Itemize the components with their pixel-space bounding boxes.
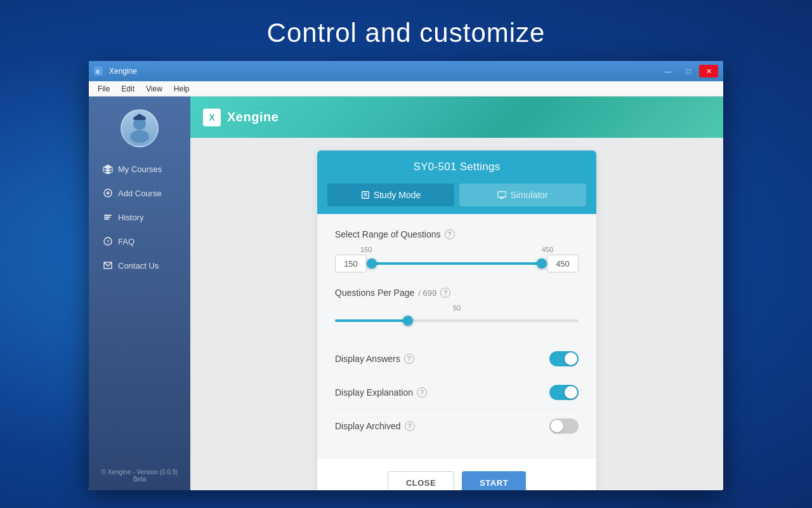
sidebar-label-add-course: Add Course — [118, 189, 162, 198]
toggle-answers-label: Display Answers ? — [335, 354, 414, 364]
svg-text:X: X — [96, 69, 100, 74]
courses-icon — [103, 164, 113, 174]
minimize-button[interactable]: — — [658, 65, 678, 77]
faq-icon: ? — [103, 236, 113, 246]
slider-range-fill — [372, 262, 542, 265]
sidebar: My Courses Add Course History ? FAQ Cont… — [89, 97, 190, 490]
svg-point-2 — [130, 130, 149, 143]
app-header: X Xengine — [203, 109, 278, 126]
range-with-inputs — [335, 255, 579, 272]
slider-fill-single — [335, 319, 408, 322]
toggle-display-explanation: Display Explanation ? — [335, 376, 579, 410]
svg-marker-4 — [133, 114, 146, 117]
menu-edit[interactable]: Edit — [116, 83, 140, 95]
toggle-answers-knob — [565, 352, 577, 365]
toggle-explanation-knob — [565, 386, 577, 399]
menubar: File Edit View Help — [89, 81, 723, 97]
sidebar-item-faq[interactable]: ? FAQ — [95, 230, 184, 253]
sidebar-label-contact: Contact Us — [118, 261, 159, 271]
toggle-archived-help[interactable]: ? — [405, 421, 415, 431]
questions-per-page-slider[interactable] — [335, 314, 579, 327]
tab-simulator-label: Simulator — [510, 190, 547, 200]
close-button[interactable]: CLOSE — [388, 471, 454, 490]
titlebar: X Xengine — □ ✕ — [89, 61, 723, 81]
toggle-display-answers: Display Answers ? — [335, 342, 579, 376]
app-title: Xengine — [227, 110, 278, 124]
book-icon — [361, 190, 370, 199]
add-icon — [103, 188, 113, 198]
range-labels: 150 450 — [335, 246, 579, 253]
sidebar-item-contact[interactable]: Contact Us — [95, 254, 184, 277]
contact-icon — [103, 260, 113, 271]
range-label-min: 150 — [360, 246, 372, 253]
slider-thumb-max[interactable] — [537, 258, 547, 269]
toggle-archived-knob — [551, 420, 563, 432]
settings-title: SY0-501 Settings — [317, 150, 596, 184]
toggle-display-archived: Display Archived ? — [335, 410, 579, 443]
svg-rect-10 — [104, 218, 109, 220]
sidebar-label-history: History — [118, 213, 143, 222]
window-title: Xengine — [109, 67, 655, 76]
history-icon — [103, 212, 113, 222]
sidebar-label-faq: FAQ — [118, 237, 134, 246]
range-label-max: 450 — [542, 246, 553, 253]
main-content: SY0-501 Settings Study Mode Simulator — [190, 97, 723, 490]
start-button[interactable]: START — [462, 471, 526, 490]
questions-per-page-group: Questions Per Page / 699 ? 50 — [335, 288, 579, 327]
questions-per-page-help[interactable]: ? — [440, 288, 450, 298]
questions-per-page-label: Questions Per Page / 699 ? — [335, 288, 579, 298]
svg-rect-8 — [104, 215, 112, 216]
menu-view[interactable]: View — [141, 83, 167, 95]
range-questions-label: Select Range of Questions ? — [335, 229, 579, 239]
sidebar-label-my-courses: My Courses — [118, 164, 162, 174]
toggle-answers-help[interactable]: ? — [404, 354, 414, 364]
app-logo: X — [203, 109, 221, 126]
page-heading: Control and customize — [267, 18, 546, 48]
monitor-icon — [497, 190, 506, 199]
toggle-explanation-switch[interactable] — [549, 385, 579, 400]
range-min-input[interactable] — [335, 255, 367, 272]
sidebar-item-history[interactable]: History — [95, 206, 184, 229]
window-controls: — □ ✕ — [658, 65, 718, 77]
tab-study-mode-label: Study Mode — [374, 190, 421, 200]
range-questions-group: Select Range of Questions ? 150 450 — [335, 229, 579, 272]
menu-help[interactable]: Help — [169, 83, 195, 95]
sidebar-item-my-courses[interactable]: My Courses — [95, 157, 184, 180]
app-window: X Xengine — □ ✕ File Edit View Help X Xe… — [89, 61, 723, 490]
questions-per-page-value: 50 — [335, 304, 579, 312]
toggle-archived-switch[interactable] — [549, 418, 579, 434]
svg-rect-3 — [133, 117, 146, 120]
tab-study-mode[interactable]: Study Mode — [327, 184, 454, 206]
questions-total: / 699 — [418, 288, 436, 298]
svg-rect-14 — [362, 192, 369, 199]
slider-thumb-min[interactable] — [367, 258, 377, 269]
menu-file[interactable]: File — [93, 83, 115, 95]
close-window-button[interactable]: ✕ — [699, 65, 718, 77]
svg-rect-17 — [498, 192, 506, 197]
range-questions-help[interactable]: ? — [445, 229, 455, 239]
settings-tabs: Study Mode Simulator — [317, 184, 596, 214]
toggle-answers-switch[interactable] — [549, 351, 579, 366]
tab-simulator[interactable]: Simulator — [459, 184, 586, 206]
settings-body: Select Range of Questions ? 150 450 — [317, 214, 596, 458]
range-max-input[interactable] — [547, 255, 579, 272]
range-dual-slider[interactable] — [372, 257, 542, 270]
svg-rect-9 — [104, 217, 110, 218]
svg-text:?: ? — [107, 239, 110, 245]
slider-thumb-single[interactable] — [403, 316, 413, 326]
toggle-explanation-help[interactable]: ? — [417, 387, 427, 398]
sidebar-footer: © Xengine - Version (0.0.9) Beta — [89, 461, 190, 490]
settings-footer: CLOSE START — [317, 458, 596, 490]
settings-panel: SY0-501 Settings Study Mode Simulator — [317, 150, 596, 490]
sidebar-nav: My Courses Add Course History ? FAQ Cont… — [89, 157, 190, 278]
app-body: X Xengine My Courses — [89, 97, 723, 490]
app-icon: X — [94, 67, 103, 76]
avatar — [121, 109, 159, 147]
toggle-explanation-label: Display Explanation ? — [335, 387, 427, 398]
maximize-button[interactable]: □ — [679, 65, 698, 77]
toggle-archived-label: Display Archived ? — [335, 421, 415, 431]
sidebar-item-add-course[interactable]: Add Course — [95, 182, 184, 204]
